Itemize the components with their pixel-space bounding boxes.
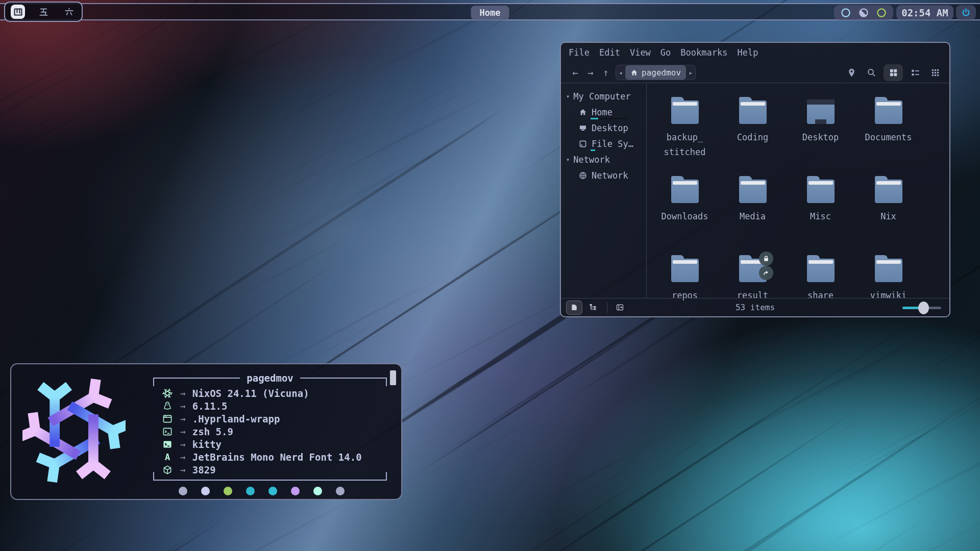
folder-icon [671, 174, 699, 203]
zoom-slider[interactable] [902, 301, 941, 314]
path-scroll-right-icon[interactable]: ▸ [686, 69, 695, 77]
file-manager-body: ▾My ComputerHomeDesktopFile Sy…▾NetworkN… [561, 83, 949, 298]
nixos-logo [22, 377, 126, 485]
status-circle-lavender-icon[interactable] [859, 8, 869, 18]
term-icon [161, 439, 174, 449]
file-label: Downloads [661, 209, 708, 224]
file-item-misc[interactable]: Misc [787, 174, 854, 254]
fetch-row-shell: →zsh 5.9 [161, 425, 387, 438]
fetch-box-corner [386, 378, 387, 386]
sidebar-section-network[interactable]: ▾Network [561, 152, 646, 167]
zoom-slider-thumb[interactable] [918, 302, 929, 314]
forward-button[interactable]: → [583, 67, 598, 78]
file-item-vimwiki[interactable]: vimwiki [854, 254, 922, 333]
active-underline [591, 118, 627, 119]
location-pin-icon[interactable] [844, 65, 859, 80]
file-item-share[interactable]: share [787, 254, 854, 333]
menu-edit[interactable]: Edit [599, 47, 620, 58]
file-manager-toolbar: ← → ↑ ◂ pagedmov ▸ [561, 62, 949, 83]
kernel-icon [161, 401, 174, 411]
status-circle-blue-icon[interactable] [841, 8, 851, 18]
file-item-repos[interactable]: repos [651, 254, 719, 333]
svg-text:A: A [165, 452, 170, 462]
show-files-button[interactable] [566, 300, 582, 315]
sidebar-section-my-computer[interactable]: ▾My Computer [561, 88, 646, 104]
menu-file[interactable]: File [569, 47, 590, 58]
arrow-icon: → [180, 464, 186, 475]
menu-bookmarks[interactable]: Bookmarks [680, 47, 727, 58]
folder-icon [807, 174, 835, 203]
path-location: pagedmov [642, 68, 681, 78]
compact-view-icon[interactable] [908, 65, 923, 80]
fetch-value: NixOS 24.11 (Vicuna) [192, 388, 309, 399]
file-item-coding[interactable]: Coding [719, 95, 787, 174]
toggle-sidebar-button[interactable] [611, 300, 628, 315]
palette-dot-1 [179, 487, 187, 495]
sidebar-item-home[interactable]: Home [561, 104, 646, 120]
file-item-backup_stitched[interactable]: backup_stitched [651, 95, 719, 174]
top-bar: Home 02:54 AM [0, 3, 980, 20]
folder-icon [739, 174, 767, 203]
path-scroll-left-icon[interactable]: ◂ [616, 69, 625, 77]
fetch-row-kernel: →6.11.5 [161, 399, 387, 412]
power-button[interactable] [956, 5, 976, 20]
emblem-lock-icon [759, 252, 773, 266]
status-circle-green-icon[interactable] [876, 8, 887, 18]
file-item-desktop[interactable]: Desktop [787, 95, 854, 174]
up-button[interactable]: ↑ [598, 67, 614, 78]
home-icon [630, 69, 638, 77]
file-manager-statusbar: 53 items [561, 298, 949, 316]
menu-go[interactable]: Go [660, 47, 671, 58]
emblem-link-icon [759, 266, 773, 280]
folder-icon [807, 254, 835, 282]
search-icon[interactable] [864, 65, 879, 80]
workspace-switcher [4, 2, 83, 22]
fetch-value: 6.11.5 [192, 400, 228, 412]
file-label: Documents [865, 130, 912, 145]
file-item-result[interactable]: result [719, 254, 787, 333]
icon-view-button[interactable] [884, 64, 903, 81]
system-tray [834, 5, 893, 20]
file-manager-menubar: FileEditViewGoBookmarksHelp [561, 43, 949, 62]
collapse-triangle-icon: ▾ [566, 156, 570, 163]
fetch-row-term: →kitty [161, 438, 387, 450]
sidebar-section-label: My Computer [573, 91, 631, 102]
file-item-media[interactable]: Media [719, 174, 787, 254]
fetch-header-line-left [153, 378, 240, 379]
thumbnail-view-icon[interactable] [927, 65, 943, 80]
sidebar-item-desktop[interactable]: Desktop [561, 120, 646, 136]
path-tab-home[interactable]: pagedmov [625, 65, 686, 80]
back-button[interactable]: ← [568, 67, 583, 78]
terminal-color-palette [179, 487, 345, 495]
file-grid: backup_stitchedCodingDesktopDocumentsDow… [647, 83, 949, 298]
file-label: Media [740, 209, 766, 224]
menu-help[interactable]: Help [737, 47, 758, 58]
folder-icon [671, 254, 699, 282]
fetch-row-wm: →.Hyprland-wrapp [161, 412, 387, 425]
file-item-documents[interactable]: Documents [854, 95, 922, 174]
file-item-downloads[interactable]: Downloads [651, 174, 719, 254]
fetch-box-corner [153, 378, 154, 386]
folder-icon [875, 95, 902, 124]
menu-view[interactable]: View [630, 47, 651, 58]
tree-view-button[interactable] [584, 300, 601, 315]
drive-icon [579, 140, 587, 148]
palette-dot-8 [336, 487, 345, 495]
sidebar-item-filesy[interactable]: File Sy… [561, 136, 646, 152]
arrow-icon: → [180, 426, 186, 437]
sidebar-item-label: File Sy… [592, 139, 633, 149]
fetch-header-line-right [300, 378, 387, 379]
home-icon [579, 108, 587, 116]
sidebar-item-network[interactable]: Network [561, 167, 646, 183]
clock: 02:54 AM [896, 5, 953, 20]
workspace-1-active[interactable] [11, 5, 25, 19]
file-item-nix[interactable]: Nix [854, 174, 922, 254]
sidebar-item-label: Network [592, 170, 628, 181]
file-label: Misc [810, 209, 831, 224]
folder-icon [671, 95, 699, 124]
active-window-title: Home [471, 6, 509, 20]
nix-icon [161, 388, 174, 398]
toolbar-right [844, 64, 943, 81]
workspace-3[interactable] [62, 5, 76, 19]
workspace-2[interactable] [36, 5, 51, 19]
